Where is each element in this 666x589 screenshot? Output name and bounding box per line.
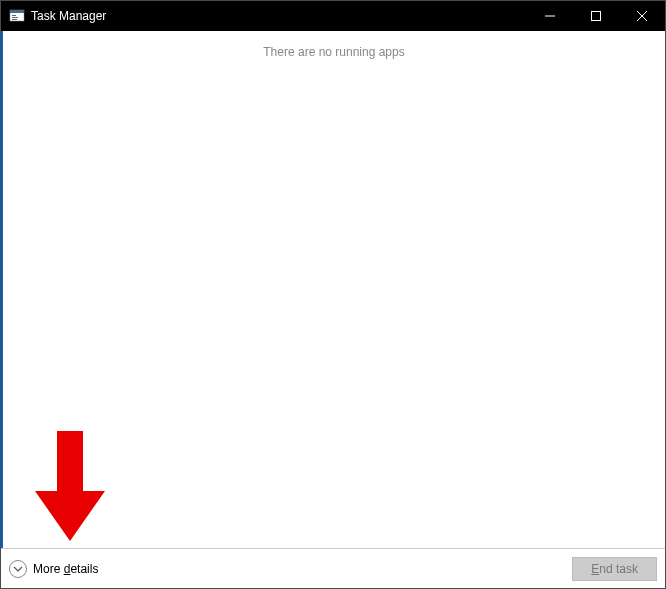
titlebar[interactable]: Task Manager	[1, 1, 665, 31]
svg-rect-2	[12, 15, 16, 16]
footer-bar: More details End task	[1, 548, 665, 588]
content-area: There are no running apps	[1, 31, 665, 548]
minimize-button[interactable]	[527, 1, 573, 31]
chevron-down-icon	[9, 560, 27, 578]
task-manager-window: Task Manager There are no running apps	[0, 0, 666, 589]
close-button[interactable]	[619, 1, 665, 31]
annotation-arrow-icon	[35, 431, 105, 544]
window-controls	[527, 1, 665, 31]
svg-rect-3	[12, 17, 18, 18]
more-details-button[interactable]: More details	[9, 560, 98, 578]
svg-rect-1	[10, 10, 24, 13]
empty-state-message: There are no running apps	[3, 31, 665, 59]
svg-rect-6	[592, 12, 601, 21]
svg-rect-4	[12, 19, 17, 20]
svg-marker-9	[35, 431, 105, 541]
app-icon	[9, 8, 25, 24]
end-task-button[interactable]: End task	[572, 557, 657, 581]
maximize-button[interactable]	[573, 1, 619, 31]
more-details-label: More details	[33, 562, 98, 576]
window-title: Task Manager	[31, 9, 527, 23]
